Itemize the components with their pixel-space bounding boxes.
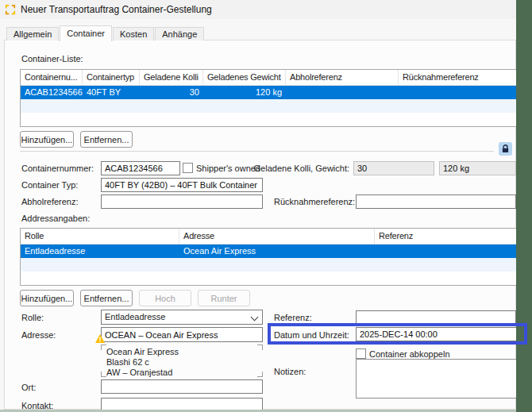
adresse-input[interactable] <box>101 327 263 342</box>
referenz-input[interactable] <box>356 310 516 325</box>
address-table: Rolle Adresse Referenz Entladeadresse Oc… <box>20 228 517 286</box>
notizen-label: Notizen: <box>274 367 306 376</box>
ort-label: Ort: <box>21 383 36 392</box>
address-add-button[interactable]: Hinzufügen... <box>20 290 74 306</box>
tab-allgemein[interactable]: Allgemein <box>6 27 59 40</box>
column-header-containertyp[interactable]: Containertyp <box>83 70 140 85</box>
containernummer-label: Containernummer: <box>21 164 94 173</box>
containernummer-input[interactable] <box>101 161 180 175</box>
container-row-empty[interactable] <box>21 99 516 113</box>
column-header-geladenes-gewicht[interactable]: Geladenes Gewicht <box>203 70 286 85</box>
address-down-button[interactable]: Runter <box>198 290 250 306</box>
container-abkoppeln-checkbox[interactable] <box>356 348 366 359</box>
ruecknahmereferenz-label: Rücknahmereferenz: <box>274 197 355 206</box>
transport-order-dialog: Neuer Transportauftrag Container-Gestell… <box>0 0 532 412</box>
notizen-textarea[interactable] <box>356 359 519 399</box>
container-table: Containernu... Containertyp Geladene Kol… <box>20 69 517 127</box>
address-row-empty[interactable] <box>21 271 516 285</box>
title-bar: Neuer Transportauftrag Container-Gestell… <box>0 0 516 19</box>
referenz-label: Referenz: <box>274 313 312 322</box>
rolle-dropdown[interactable]: Entladeadresse <box>101 310 263 325</box>
column-header-referenz[interactable]: Referenz <box>375 229 516 244</box>
address-preview-line2: Blashi 62 c <box>106 357 149 367</box>
container-row-empty[interactable] <box>21 113 516 126</box>
background-panel-right <box>516 0 532 412</box>
chevron-down-icon <box>251 314 259 322</box>
gewicht-readonly-field <box>439 161 516 175</box>
address-row-empty[interactable] <box>21 258 516 271</box>
cell-adresse: Ocean Air Express <box>179 245 375 258</box>
container-add-button[interactable]: Hinzufügen... <box>20 131 74 148</box>
container-remove-button[interactable]: Entfernen... <box>80 131 133 148</box>
address-table-header: Rolle Adresse Referenz <box>21 229 516 245</box>
column-header-ruecknahmereferenz[interactable]: Rücknahmereferenz <box>399 70 516 85</box>
address-up-button[interactable]: Hoch <box>139 290 191 306</box>
container-row-selected[interactable]: ACAB1234566 40FT BY 30 120 kg <box>21 86 516 99</box>
adresse-label: Adresse: <box>21 330 56 340</box>
ruecknahmereferenz-input[interactable] <box>356 194 516 209</box>
section-divider <box>20 151 494 152</box>
kolli-gewicht-label: Geladene Kolli, Gewicht: <box>238 164 349 173</box>
cell-abholreferenz <box>286 86 399 99</box>
cell-containertyp: 40FT BY <box>83 86 140 99</box>
ort-input[interactable] <box>101 379 263 394</box>
column-header-adresse[interactable]: Adresse <box>179 229 375 244</box>
lock-icon[interactable] <box>499 142 512 156</box>
container-list-label: Container-Liste: <box>21 54 83 64</box>
column-header-geladene-kolli[interactable]: Geladene Kolli <box>140 70 203 85</box>
datum-input[interactable] <box>356 327 519 341</box>
datum-label: Datum und Uhrzeit: <box>274 330 349 340</box>
column-header-abholreferenz[interactable]: Abholreferenz <box>286 70 399 85</box>
cell-kolli: 30 <box>140 86 203 99</box>
warning-icon <box>95 334 105 345</box>
address-preview-line1: Ocean Air Express <box>106 347 179 356</box>
rolle-label: Rolle: <box>21 313 44 322</box>
tab-anhaenge[interactable]: Anhänge <box>155 27 204 40</box>
abholreferenz-input[interactable] <box>101 194 263 209</box>
shippers-owned-checkbox[interactable] <box>183 163 193 173</box>
addressangaben-label: Addressangaben: <box>21 214 90 223</box>
address-preview-line3: AW – Oranjestad <box>106 368 172 377</box>
app-icon <box>5 4 16 15</box>
address-remove-button[interactable]: Entfernen... <box>80 290 133 306</box>
containertyp-input[interactable] <box>101 178 263 192</box>
address-row-selected[interactable]: Entladeadresse Ocean Air Express <box>21 245 516 258</box>
tab-kosten[interactable]: Kosten <box>113 27 154 40</box>
window-title: Neuer Transportauftrag Container-Gestell… <box>21 0 212 19</box>
cell-rolle: Entladeadresse <box>21 245 179 258</box>
tab-container[interactable]: Container <box>60 25 112 41</box>
cell-ruecknahmereferenz <box>399 86 516 99</box>
tab-strip: Allgemein Container Kosten Anhänge <box>6 25 205 40</box>
rolle-dropdown-value: Entladeadresse <box>105 312 165 322</box>
cell-gewicht: 120 kg <box>203 86 286 99</box>
container-table-header: Containernu... Containertyp Geladene Kol… <box>21 70 516 86</box>
column-header-containernummer[interactable]: Containernu... <box>21 70 83 85</box>
cell-referenz <box>375 245 516 258</box>
kolli-readonly-field <box>353 161 434 175</box>
column-header-rolle[interactable]: Rolle <box>21 229 179 244</box>
container-abkoppeln-label: Container abkoppeln <box>369 349 450 359</box>
abholreferenz-label: Abholreferenz: <box>21 197 79 206</box>
cell-containernummer: ACAB1234566 <box>21 86 83 99</box>
containertyp-label: Container Typ: <box>21 180 78 190</box>
